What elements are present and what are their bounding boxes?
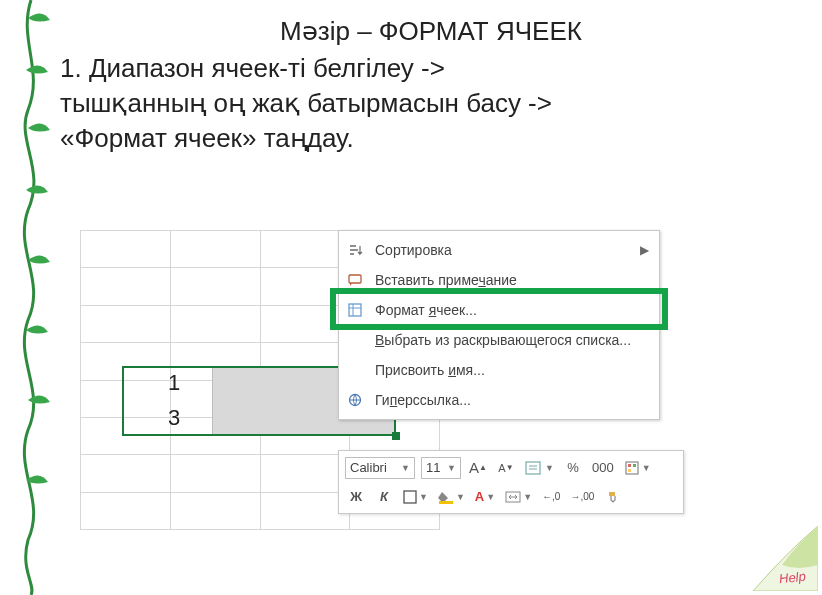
- menu-hyperlink[interactable]: Гиперссылка...: [339, 385, 659, 415]
- grow-font-button[interactable]: A▲: [467, 457, 489, 479]
- bold-button[interactable]: Ж: [345, 486, 367, 508]
- excel-screenshot: 1 3 Сортировка ▶ Вставить примечание Фор…: [80, 230, 780, 560]
- cell-value-2: 3: [168, 405, 180, 431]
- context-menu: Сортировка ▶ Вставить примечание Формат …: [338, 230, 660, 420]
- format-cells-icon: [345, 300, 365, 320]
- font-size: 11: [426, 460, 440, 475]
- merge-center-button[interactable]: ▼: [503, 486, 534, 508]
- italic-button[interactable]: К: [373, 486, 395, 508]
- hyperlink-icon: [345, 390, 365, 410]
- svg-rect-0: [349, 275, 361, 283]
- font-select[interactable]: Calibri▼: [345, 457, 415, 479]
- increase-decimal-button[interactable]: ←,0: [540, 486, 562, 508]
- menu-insert-comment[interactable]: Вставить примечание: [339, 265, 659, 295]
- blank-icon: [345, 360, 365, 380]
- conditional-format-button[interactable]: ▼: [622, 457, 653, 479]
- page-title: Мәзір – ФОРМАТ ЯЧЕЕК: [60, 16, 802, 47]
- font-color-button[interactable]: A▼: [473, 486, 497, 508]
- svg-rect-7: [628, 464, 631, 467]
- menu-pick-from-list-label: Выбрать из раскрывающегося списка...: [375, 332, 649, 348]
- font-size-select[interactable]: 11▼: [421, 457, 461, 479]
- sort-icon: [345, 240, 365, 260]
- menu-format-cells-label: Формат ячеек...: [375, 302, 649, 318]
- svg-rect-11: [439, 501, 453, 504]
- instruction-line-1: 1. Диапазон ячеек-ті белгілеу ->: [60, 51, 802, 86]
- instruction-line-2: тышқанның оң жақ батырмасын басу ->: [60, 86, 802, 121]
- blank-icon: [345, 330, 365, 350]
- menu-pick-from-list[interactable]: Выбрать из раскрывающегося списка...: [339, 325, 659, 355]
- svg-rect-8: [633, 464, 636, 467]
- svg-rect-1: [349, 304, 361, 316]
- menu-hyperlink-label: Гиперссылка...: [375, 392, 649, 408]
- submenu-arrow-icon: ▶: [640, 243, 649, 257]
- fill-color-button[interactable]: ▼: [436, 486, 467, 508]
- font-name: Calibri: [350, 460, 387, 475]
- accounting-format-button[interactable]: ▼: [523, 457, 556, 479]
- comma-style-button[interactable]: 000: [590, 457, 616, 479]
- format-painter-button[interactable]: [602, 486, 624, 508]
- svg-rect-9: [628, 469, 631, 472]
- shrink-font-button[interactable]: A▼: [495, 457, 517, 479]
- vine-ornament: [6, 0, 56, 595]
- menu-sort-label: Сортировка: [375, 242, 630, 258]
- menu-sort[interactable]: Сортировка ▶: [339, 235, 659, 265]
- menu-insert-comment-label: Вставить примечание: [375, 272, 649, 288]
- percent-button[interactable]: %: [562, 457, 584, 479]
- svg-rect-5: [526, 462, 540, 474]
- fill-handle[interactable]: [392, 432, 400, 440]
- instruction-line-3: «Формат ячеек» таңдау.: [60, 121, 802, 156]
- svg-rect-10: [404, 491, 416, 503]
- comment-icon: [345, 270, 365, 290]
- mini-toolbar: Calibri▼ 11▼ A▲ A▼ ▼ % 000 ▼ Ж К ▼ ▼: [338, 450, 684, 514]
- help-label: Help: [779, 569, 807, 587]
- decrease-decimal-button[interactable]: →,00: [568, 486, 596, 508]
- menu-define-name-label: Присвоить имя...: [375, 362, 649, 378]
- cell-value-1: 1: [168, 370, 180, 396]
- menu-format-cells[interactable]: Формат ячеек...: [339, 295, 659, 325]
- menu-define-name[interactable]: Присвоить имя...: [339, 355, 659, 385]
- border-button[interactable]: ▼: [401, 486, 430, 508]
- svg-rect-6: [626, 462, 638, 474]
